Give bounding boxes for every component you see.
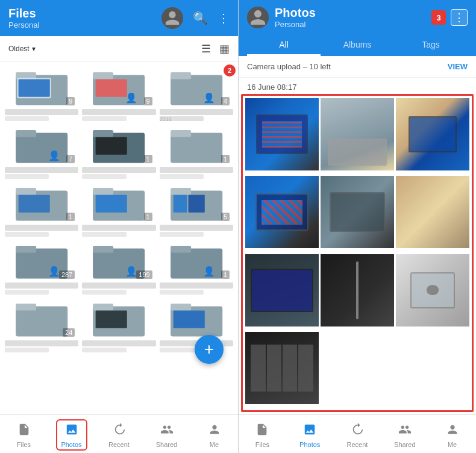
right-nav-item-photos[interactable]: Photos: [286, 423, 334, 448]
folder-icon: 👤 199: [82, 240, 155, 281]
list-item[interactable]: 9: [5, 67, 78, 121]
folder-count: 287: [59, 270, 75, 279]
photo-item[interactable]: [245, 254, 319, 326]
list-item[interactable]: 👤 1: [160, 240, 233, 295]
photo-item[interactable]: [245, 176, 319, 248]
folder-sublabel: [82, 290, 126, 295]
photo-item[interactable]: [245, 98, 319, 170]
tab-albums[interactable]: Albums: [321, 34, 394, 56]
avatar: [161, 7, 183, 29]
photo-item[interactable]: [245, 332, 319, 404]
search-icon[interactable]: 🔍: [193, 11, 208, 25]
svg-rect-36: [171, 246, 191, 252]
list-item[interactable]: 1: [5, 183, 78, 237]
nav-item-files[interactable]: Files: [0, 423, 48, 448]
list-item[interactable]: 👤 9: [82, 67, 155, 121]
folder-icon: 9: [5, 67, 78, 108]
svg-rect-27: [173, 195, 187, 212]
folder-icon: 1: [82, 125, 155, 166]
svg-rect-5: [93, 72, 113, 79]
folder-sublabel: [82, 116, 126, 121]
tab-tags[interactable]: Tags: [394, 34, 468, 56]
svg-rect-24: [96, 195, 127, 212]
right-nav-item-shared[interactable]: Shared: [381, 423, 428, 448]
right-header-actions: 3 ⋮: [431, 9, 468, 26]
nav-item-photos[interactable]: Photos: [48, 423, 95, 448]
me-nav-icon: [208, 423, 221, 440]
left-bottom-nav: Files Photos Recent Shared Me: [0, 414, 238, 453]
list-item[interactable]: 1: [160, 125, 233, 179]
shared-nav-label: Shared: [156, 441, 177, 448]
grid-view-icon[interactable]: ▦: [219, 42, 230, 55]
right-nav-item-files[interactable]: Files: [239, 423, 286, 448]
photo-item[interactable]: [396, 254, 469, 326]
tab-all[interactable]: All: [247, 34, 321, 56]
sort-button[interactable]: Oldest ▾: [8, 45, 36, 53]
photos-grid: [241, 94, 474, 412]
svg-rect-26: [171, 188, 191, 195]
upload-banner: Camera upload – 10 left VIEW: [239, 56, 476, 78]
folder-label: [5, 109, 78, 115]
folder-label: [82, 283, 155, 289]
right-nav-item-recent[interactable]: Recent: [334, 423, 381, 448]
svg-rect-9: [171, 72, 191, 79]
right-recent-nav-icon: [351, 423, 364, 440]
photo-item[interactable]: [321, 254, 394, 326]
folder-icon: 24: [5, 298, 78, 339]
list-item[interactable]: 👤 287: [5, 240, 78, 295]
svg-rect-45: [173, 310, 204, 328]
list-item[interactable]: 👤 4 2 2016: [160, 67, 233, 121]
nav-item-me[interactable]: Me: [190, 423, 238, 448]
folder-label: [160, 167, 233, 173]
more-options-button[interactable]: ⋮: [451, 9, 468, 26]
folder-label: [82, 167, 155, 173]
right-files-nav-label: Files: [255, 441, 269, 448]
nav-item-recent[interactable]: Recent: [95, 423, 143, 448]
list-item[interactable]: 1: [82, 125, 155, 179]
shared-nav-icon: [160, 423, 174, 440]
photos-highlight: [56, 419, 87, 451]
left-header: Files Personal 🔍 ⋮: [0, 0, 238, 36]
list-item[interactable]: 5: [160, 183, 233, 237]
files-nav-icon: [17, 423, 31, 440]
folder-sublabel: [5, 174, 49, 179]
folder-count: 4: [221, 97, 230, 105]
nav-item-shared[interactable]: Shared: [143, 423, 190, 448]
recent-nav-icon: [113, 423, 126, 440]
right-nav-item-me[interactable]: Me: [428, 423, 476, 448]
photos-subtitle: Personal: [275, 20, 316, 29]
folder-sublabel: [82, 348, 126, 352]
sort-arrow-icon: ▾: [32, 45, 36, 53]
svg-text:👤: 👤: [48, 150, 60, 161]
list-item[interactable]: 24: [5, 298, 78, 352]
right-bottom-nav: Files Photos Recent Shared Me: [239, 414, 476, 453]
folder-sublabel: [5, 116, 49, 121]
folder-sublabel: [160, 290, 204, 295]
fab-add-button[interactable]: +: [195, 335, 224, 364]
files-grid: 9 👤 9: [0, 62, 238, 357]
folder-icon: 👤 287: [5, 240, 78, 281]
folder-count: 24: [63, 328, 75, 337]
list-item[interactable]: 1: [82, 183, 155, 237]
view-link[interactable]: VIEW: [448, 62, 468, 71]
recent-nav-label: Recent: [108, 441, 130, 448]
svg-text:👤: 👤: [203, 92, 215, 104]
right-photos-nav-icon: [303, 423, 316, 440]
photo-item[interactable]: [396, 176, 469, 248]
photo-item[interactable]: [396, 98, 469, 170]
list-item[interactable]: 👤 7: [5, 125, 78, 179]
more-options-icon[interactable]: ⋮: [218, 11, 230, 25]
svg-rect-39: [16, 304, 36, 310]
date-header: 16 June 08:17: [239, 78, 476, 94]
upload-text: Camera upload – 10 left: [247, 62, 331, 71]
list-item[interactable]: [82, 298, 155, 352]
photo-item[interactable]: [321, 98, 394, 170]
folder-label: [82, 109, 155, 115]
folder-sublabel: [5, 290, 49, 295]
list-item[interactable]: 👤 199: [82, 240, 155, 295]
list-view-icon[interactable]: ☰: [201, 42, 211, 55]
photo-item[interactable]: [321, 176, 394, 248]
right-header-top: Photos Personal 3 ⋮: [247, 6, 468, 34]
sort-label-text: Oldest: [8, 45, 30, 53]
folder-label: [5, 340, 78, 346]
